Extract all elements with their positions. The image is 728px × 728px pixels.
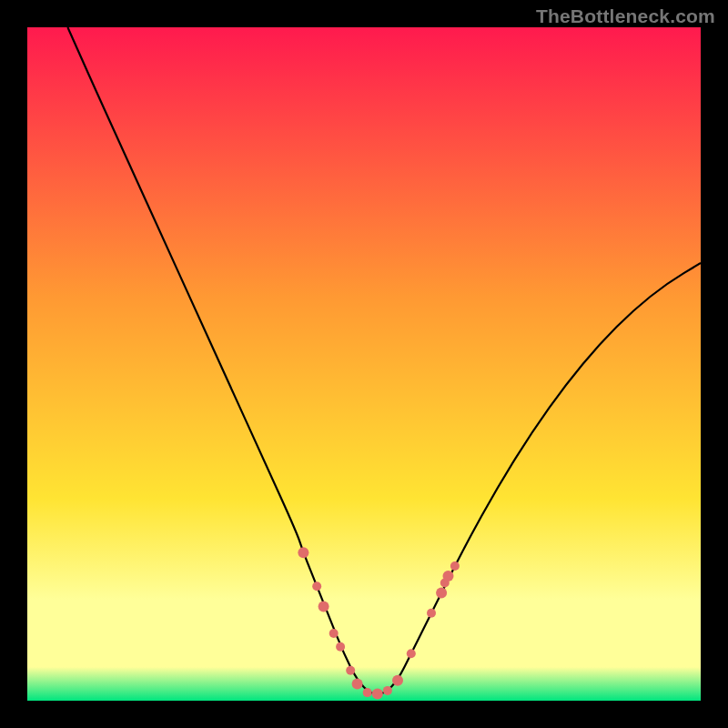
highlighted-point	[312, 581, 321, 591]
highlighted-point	[298, 547, 308, 558]
highlighted-point	[352, 679, 363, 690]
highlighted-point	[363, 688, 372, 697]
highlighted-point	[427, 609, 436, 618]
highlighted-point	[436, 588, 447, 599]
gradient-background	[27, 27, 701, 701]
highlighted-point	[392, 675, 403, 686]
bottleneck-chart	[27, 27, 701, 701]
highlighted-point	[372, 689, 383, 700]
highlighted-point	[336, 642, 345, 652]
highlighted-point	[318, 601, 329, 612]
watermark-text: TheBottleneck.com	[536, 5, 715, 27]
chart-svg	[27, 27, 701, 701]
highlighted-point	[346, 666, 355, 675]
highlighted-point	[383, 686, 392, 695]
highlighted-point	[407, 649, 416, 658]
highlighted-point	[450, 561, 460, 571]
highlighted-point	[443, 571, 454, 581]
highlighted-point	[329, 629, 339, 638]
